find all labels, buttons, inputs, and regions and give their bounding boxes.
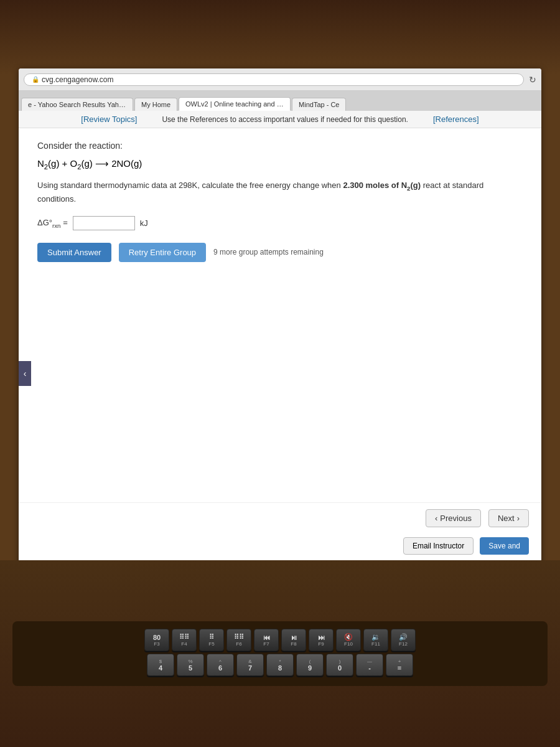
previous-button[interactable]: ‹ Previous [426, 509, 481, 527]
key-8[interactable]: * 8 [266, 654, 294, 676]
header-notice: Use the References to access important v… [162, 115, 408, 124]
key-f9[interactable]: ⏭ F9 [309, 629, 334, 651]
browser-window: 🔒 cvg.cengagenow.com ↻ e - Yahoo Search … [19, 68, 541, 579]
url-text: cvg.cengagenow.com [42, 75, 113, 84]
key-f11[interactable]: 🔉 F11 [363, 629, 388, 651]
question-area: Consider the reaction: N2(g) + O2(g) ⟶ 2… [19, 128, 541, 328]
key-f4[interactable]: ⠿⠿ F4 [172, 629, 197, 651]
submit-answer-button[interactable]: Submit Answer [37, 243, 111, 262]
next-button[interactable]: Next › [488, 509, 529, 527]
keyboard-area: 80 F3 ⠿⠿ F4 ⠿ F5 ⠿⠿ F6 ⏮ F7 ⏯ F8 [0, 560, 560, 747]
action-btn-row: Email Instructor Save and [19, 533, 541, 561]
chevron-right-icon: › [517, 514, 520, 523]
bottom-nav: ‹ Previous Next › [19, 502, 541, 533]
save-button[interactable]: Save and [480, 537, 529, 555]
key-4[interactable]: $ 4 [147, 654, 174, 676]
reaction-formula: N2(g) + O2(g) ⟶ 2NO(g) [37, 158, 523, 171]
laptop-bezel [0, 0, 560, 75]
key-f8[interactable]: ⏯ F8 [281, 629, 306, 651]
button-row: Submit Answer Retry Entire Group 9 more … [37, 243, 523, 262]
consider-label: Consider the reaction: [37, 141, 523, 151]
tabs-bar: e - Yahoo Search Results Yahoo Searc... … [19, 91, 541, 111]
key-5[interactable]: % 5 [177, 654, 204, 676]
key-9[interactable]: ( 9 [296, 654, 324, 676]
number-key-row: $ 4 % 5 ^ 6 & 7 * 8 ( 9 [22, 654, 538, 676]
reload-button[interactable]: ↻ [529, 75, 536, 85]
key-f7[interactable]: ⏮ F7 [254, 629, 279, 651]
retry-group-button[interactable]: Retry Entire Group [119, 243, 206, 262]
key-f12[interactable]: 🔊 F12 [391, 629, 416, 651]
references-link[interactable]: [References] [433, 115, 479, 124]
question-instruction: Using standard thermodynamic data at 298… [37, 179, 523, 206]
lock-icon: 🔒 [32, 76, 39, 83]
key-minus[interactable]: — - [356, 654, 383, 676]
key-7[interactable]: & 7 [236, 654, 264, 676]
review-topics-link[interactable]: [Review Topics] [81, 115, 137, 124]
tab-myhome[interactable]: My Home [134, 98, 177, 111]
owlv2-header: [Review Topics] Use the References to ac… [19, 111, 541, 128]
tab-owlv2[interactable]: OWLv2 | Online teaching and learning res… [179, 97, 291, 111]
key-0[interactable]: ) 0 [326, 654, 353, 676]
attempts-remaining: 9 more group attempts remaining [213, 248, 324, 256]
key-f10[interactable]: 🔇 F10 [336, 629, 361, 651]
answer-label: ΔG°rxn = [37, 218, 68, 229]
answer-input[interactable] [73, 216, 135, 230]
unit-label: kJ [140, 218, 148, 228]
tab-mindtap[interactable]: MindTap - Ce [292, 98, 346, 111]
content-spacer [19, 328, 541, 503]
keyboard: 80 F3 ⠿⠿ F4 ⠿ F5 ⠿⠿ F6 ⏮ F7 ⏯ F8 [12, 621, 548, 686]
answer-row: ΔG°rxn = kJ [37, 216, 523, 230]
key-f3[interactable]: 80 F3 [144, 629, 169, 651]
key-6[interactable]: ^ 6 [207, 654, 234, 676]
email-instructor-button[interactable]: Email Instructor [403, 537, 474, 555]
fn-key-row: 80 F3 ⠿⠿ F4 ⠿ F5 ⠿⠿ F6 ⏮ F7 ⏯ F8 [22, 629, 538, 651]
key-f5[interactable]: ⠿ F5 [199, 629, 224, 651]
tab-yahoo[interactable]: e - Yahoo Search Results Yahoo Searc... [21, 98, 133, 111]
left-panel-toggle[interactable]: ‹ [19, 361, 31, 386]
address-input[interactable]: 🔒 cvg.cengagenow.com [24, 73, 524, 86]
key-equals[interactable]: + = [386, 654, 413, 676]
page-content: [Review Topics] Use the References to ac… [19, 111, 541, 579]
chevron-left-icon: ‹ [435, 514, 437, 523]
address-bar: 🔒 cvg.cengagenow.com ↻ [19, 68, 541, 91]
key-f6[interactable]: ⠿⠿ F6 [226, 629, 251, 651]
